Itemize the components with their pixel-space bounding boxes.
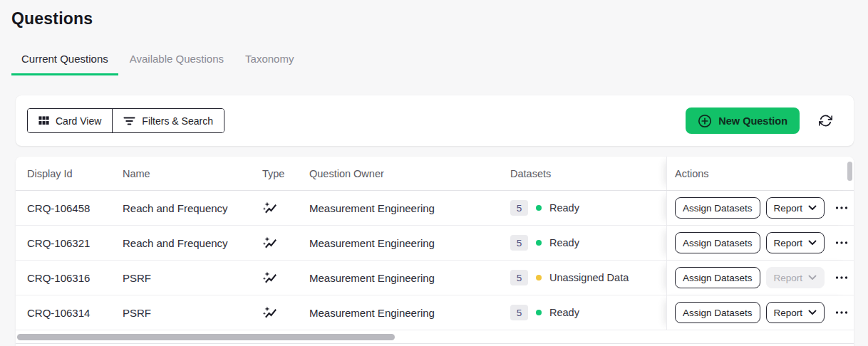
datasets-cell: 5 Unassigned Data xyxy=(507,270,666,285)
datasets-cell: 5 Ready xyxy=(507,305,666,320)
datasets-count-badge: 5 xyxy=(510,235,528,251)
datasets-count-badge: 5 xyxy=(510,305,528,320)
horizontal-scrollbar-thumb[interactable] xyxy=(17,334,395,340)
status-label: Ready xyxy=(549,202,579,214)
sparkle-trend-icon xyxy=(262,236,279,251)
display-id-cell: CRQ-106321 xyxy=(16,237,123,249)
report-label: Report xyxy=(774,273,803,283)
display-id-cell: CRQ-106316 xyxy=(16,272,123,284)
more-actions-button[interactable] xyxy=(832,273,852,282)
column-header-type[interactable]: Type xyxy=(262,168,309,179)
table-row: CRQ-106314 PSRF Measurement Engineering … xyxy=(16,295,854,330)
ellipsis-icon xyxy=(835,276,848,279)
more-actions-button[interactable] xyxy=(832,308,852,317)
tab-taxonomy[interactable]: Taxonomy xyxy=(235,53,304,75)
chevron-down-icon xyxy=(808,275,817,281)
assign-datasets-button[interactable]: Assign Datasets xyxy=(675,197,760,219)
sparkle-trend-icon xyxy=(262,271,279,285)
chevron-down-icon xyxy=(808,240,817,246)
plus-circle-icon xyxy=(698,114,712,128)
toolbar: Card View Filters & Search New Question xyxy=(16,95,854,146)
column-header-owner[interactable]: Question Owner xyxy=(309,168,507,179)
filters-search-label: Filters & Search xyxy=(142,115,213,127)
owner-cell: Measurement Engineering xyxy=(309,272,507,284)
datasets-cell: 5 Ready xyxy=(507,235,666,251)
grid-icon xyxy=(38,115,49,126)
name-cell: Reach and Frequency xyxy=(123,237,262,249)
column-header-display-id[interactable]: Display Id xyxy=(16,168,123,179)
owner-cell: Measurement Engineering xyxy=(309,307,507,319)
page-title: Questions xyxy=(11,9,93,28)
assign-datasets-label: Assign Datasets xyxy=(683,273,753,283)
name-cell: Reach and Frequency xyxy=(123,202,262,214)
questions-table: Display Id Name Type Question Owner Data… xyxy=(16,157,854,346)
tab-current-questions[interactable]: Current Questions xyxy=(11,53,118,75)
report-button[interactable]: Report xyxy=(766,267,825,288)
assign-datasets-button[interactable]: Assign Datasets xyxy=(675,302,760,323)
display-id-cell: CRQ-106458 xyxy=(16,202,123,214)
refresh-button[interactable] xyxy=(817,112,834,129)
new-question-label: New Question xyxy=(718,115,787,127)
toolbar-right: New Question xyxy=(686,108,842,134)
tab-bar: Current Questions Available Questions Ta… xyxy=(11,53,304,75)
report-button[interactable]: Report xyxy=(766,197,825,219)
status-label: Unassigned Data xyxy=(549,272,629,283)
column-header-datasets[interactable]: Datasets xyxy=(507,168,666,179)
more-actions-button[interactable] xyxy=(832,238,852,247)
datasets-count-badge: 5 xyxy=(510,270,528,285)
actions-cell: Assign Datasets Report xyxy=(666,226,854,260)
type-cell xyxy=(262,271,309,285)
report-label: Report xyxy=(774,203,803,214)
assign-datasets-label: Assign Datasets xyxy=(683,308,753,318)
status-label: Ready xyxy=(549,307,579,318)
filters-search-button[interactable]: Filters & Search xyxy=(112,109,224,132)
assign-datasets-button[interactable]: Assign Datasets xyxy=(675,232,760,253)
vertical-scrollbar-thumb[interactable] xyxy=(847,162,852,181)
status-dot xyxy=(536,240,542,246)
type-cell xyxy=(262,236,309,251)
more-actions-button[interactable] xyxy=(832,204,852,212)
status-dot xyxy=(536,310,542,315)
new-question-button[interactable]: New Question xyxy=(686,108,800,134)
table-row: CRQ-106321 Reach and Frequency Measureme… xyxy=(16,226,854,261)
tab-available-questions[interactable]: Available Questions xyxy=(120,53,234,75)
report-button[interactable]: Report xyxy=(766,302,825,323)
name-cell: PSRF xyxy=(123,307,262,319)
column-header-actions: Actions xyxy=(666,157,854,190)
table-row: CRQ-106458 Reach and Frequency Measureme… xyxy=(16,191,854,226)
type-cell xyxy=(262,305,309,320)
assign-datasets-label: Assign Datasets xyxy=(683,238,753,248)
datasets-cell: 5 Ready xyxy=(507,200,666,216)
name-cell: PSRF xyxy=(123,272,262,284)
ellipsis-icon xyxy=(835,311,848,314)
filter-lines-icon xyxy=(123,116,135,126)
chevron-down-icon xyxy=(808,205,817,211)
card-view-label: Card View xyxy=(56,115,101,127)
report-label: Report xyxy=(774,308,803,318)
ellipsis-icon xyxy=(835,241,848,244)
actions-cell: Assign Datasets Report xyxy=(666,295,854,330)
owner-cell: Measurement Engineering xyxy=(309,202,507,214)
table-header-row: Display Id Name Type Question Owner Data… xyxy=(16,157,854,191)
chevron-down-icon xyxy=(808,310,817,315)
datasets-count-badge: 5 xyxy=(510,200,528,216)
table-body: CRQ-106458 Reach and Frequency Measureme… xyxy=(16,191,854,330)
type-cell xyxy=(262,201,309,216)
status-dot xyxy=(536,275,542,281)
status-label: Ready xyxy=(549,237,579,248)
sparkle-trend-icon xyxy=(262,201,279,216)
status-dot xyxy=(536,205,542,211)
ellipsis-icon xyxy=(835,206,848,209)
column-header-name[interactable]: Name xyxy=(123,168,262,179)
owner-cell: Measurement Engineering xyxy=(309,237,507,249)
assign-datasets-button[interactable]: Assign Datasets xyxy=(675,267,760,288)
report-button[interactable]: Report xyxy=(766,232,825,253)
display-id-cell: CRQ-106314 xyxy=(16,307,123,319)
table-row: CRQ-106316 PSRF Measurement Engineering … xyxy=(16,261,854,295)
report-label: Report xyxy=(774,238,803,248)
sparkle-trend-icon xyxy=(262,305,279,320)
horizontal-scrollbar xyxy=(16,330,854,344)
card-view-button[interactable]: Card View xyxy=(28,109,112,132)
assign-datasets-label: Assign Datasets xyxy=(683,203,753,214)
view-filter-button-group: Card View Filters & Search xyxy=(27,108,224,133)
